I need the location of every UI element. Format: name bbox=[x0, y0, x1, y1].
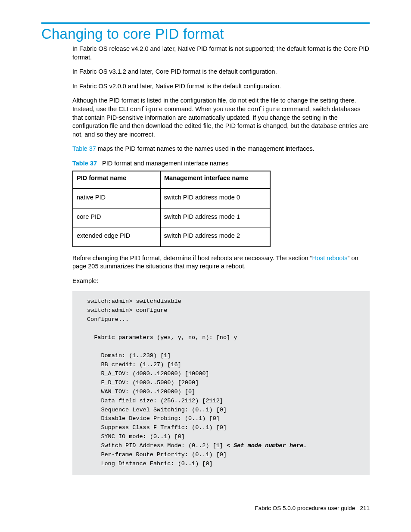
paragraph: In Fabric OS v3.1.2 and later, Core PID … bbox=[72, 68, 370, 76]
table-caption-label: Table 37 bbox=[72, 160, 97, 167]
code-line: R_A_TOV: (4000..120000) [10000] bbox=[87, 370, 209, 377]
code-line: Data field size: (256..2112) [2112] bbox=[87, 398, 223, 404]
page-footer: Fabric OS 5.0.0 procedures user guide 21… bbox=[255, 505, 370, 511]
inline-code: configure bbox=[247, 106, 280, 113]
code-line: BB credit: (1..27) [16] bbox=[87, 361, 181, 368]
code-line: Fabric parameters (yes, y, no, n): [no] … bbox=[87, 334, 237, 341]
code-block: switch:admin> switchdisable switch:admin… bbox=[72, 291, 370, 475]
table-header-cell: Management interface name bbox=[160, 171, 270, 189]
pid-format-table: PID format name Management interface nam… bbox=[72, 171, 271, 247]
top-rule bbox=[41, 22, 370, 24]
text: command. When you use the bbox=[162, 106, 247, 112]
example-label: Example: bbox=[72, 277, 370, 286]
table-cell: native PID bbox=[73, 189, 160, 208]
code-annotation: < Set mode number here. bbox=[227, 442, 307, 449]
table-row: core PID switch PID address mode 1 bbox=[73, 208, 270, 227]
code-line: Switch PID Address Mode: (0..2) [1] bbox=[87, 442, 227, 449]
table-caption: Table 37 PID format and management inter… bbox=[72, 159, 370, 168]
table-cell: switch PID address mode 1 bbox=[160, 208, 270, 227]
table-cell: core PID bbox=[73, 208, 160, 227]
paragraph: In Fabric OS v2.0.0 and later, Native PI… bbox=[72, 82, 370, 91]
table-cell: extended edge PID bbox=[73, 227, 160, 247]
paragraph: Table 37 maps the PID format names to th… bbox=[72, 145, 370, 153]
page-heading: Changing to core PID format bbox=[41, 26, 370, 42]
footer-doc-title: Fabric OS 5.0.0 procedures user guide bbox=[255, 505, 355, 511]
paragraph: Although the PID format is listed in the… bbox=[72, 96, 370, 139]
code-line: Sequence Level Switching: (0..1) [0] bbox=[87, 407, 227, 413]
table-caption-text: PID format and management interface name… bbox=[102, 160, 228, 167]
table-cell: switch PID address mode 0 bbox=[160, 189, 270, 208]
page-content: Changing to core PID format In Fabric OS… bbox=[41, 26, 370, 475]
code-line: WAN_TOV: (1000..120000) [0] bbox=[87, 389, 195, 395]
code-line: Domain: (1..239) [1] bbox=[87, 352, 171, 359]
code-line: Long Distance Fabric: (0..1) [0] bbox=[87, 460, 213, 467]
body-text: In Fabric OS release v4.2.0 and later, N… bbox=[72, 45, 370, 475]
table-row: native PID switch PID address mode 0 bbox=[73, 189, 270, 208]
cross-reference-link[interactable]: Host reboots bbox=[312, 255, 347, 261]
code-line: Suppress Class F Traffic: (0..1) [0] bbox=[87, 424, 227, 431]
code-line: SYNC IO mode: (0..1) [0] bbox=[87, 433, 185, 440]
code-line: E_D_TOV: (1000..5000) [2000] bbox=[87, 380, 199, 386]
code-line: Per-frame Route Priority: (0..1) [0] bbox=[87, 451, 227, 458]
code-line: Configure... bbox=[87, 316, 129, 323]
table-header-cell: PID format name bbox=[73, 171, 160, 189]
text: Before changing the PID format, determin… bbox=[72, 255, 312, 261]
text: maps the PID format names to the names u… bbox=[96, 145, 314, 152]
inline-code: configure bbox=[130, 106, 163, 113]
table-cell: switch PID address mode 2 bbox=[160, 227, 270, 247]
cross-reference-link[interactable]: Table 37 bbox=[72, 145, 96, 152]
footer-page-number: 211 bbox=[360, 505, 370, 511]
code-line: switch:admin> configure bbox=[87, 307, 167, 314]
table-row: extended edge PID switch PID address mod… bbox=[73, 227, 270, 247]
code-line: switch:admin> switchdisable bbox=[87, 298, 181, 305]
table-header-row: PID format name Management interface nam… bbox=[73, 171, 270, 189]
code-line: Disable Device Probing: (0..1) [0] bbox=[87, 415, 220, 422]
paragraph: In Fabric OS release v4.2.0 and later, N… bbox=[72, 45, 370, 62]
paragraph: Before changing the PID format, determin… bbox=[72, 254, 370, 271]
